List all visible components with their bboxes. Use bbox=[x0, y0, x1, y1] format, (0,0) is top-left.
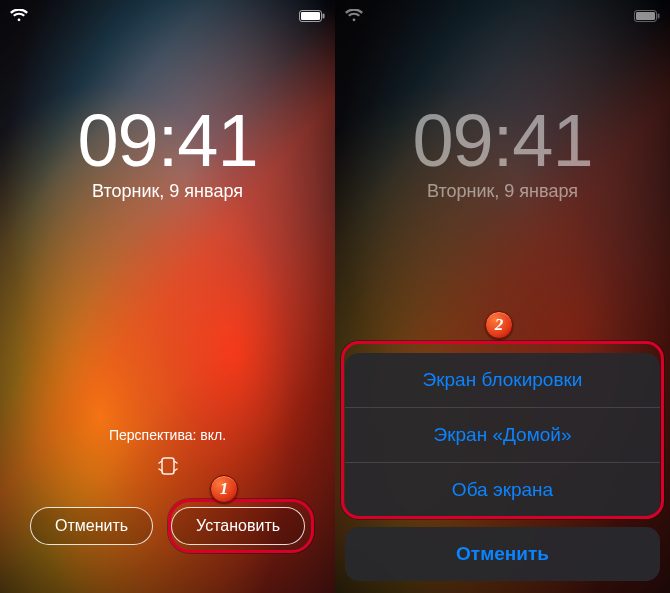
cancel-button[interactable]: Отменить bbox=[30, 507, 153, 545]
svg-rect-1 bbox=[301, 12, 320, 20]
battery-icon bbox=[299, 10, 325, 22]
date-label: Вторник, 9 января bbox=[0, 181, 335, 202]
action-sheet-options: Экран блокировки Экран «Домой» Оба экран… bbox=[345, 353, 660, 517]
option-both-screens[interactable]: Оба экрана bbox=[345, 463, 660, 517]
action-sheet-cancel[interactable]: Отменить bbox=[345, 527, 660, 581]
status-bar bbox=[0, 6, 335, 26]
time-label: 09:41 bbox=[0, 98, 335, 183]
wifi-icon bbox=[345, 9, 363, 23]
perspective-icon[interactable] bbox=[155, 453, 181, 479]
status-bar bbox=[335, 6, 670, 26]
battery-icon bbox=[634, 10, 660, 22]
screenshot-right: 09:41 Вторник, 9 января Экран блокировки… bbox=[335, 0, 670, 593]
screenshot-left: 09:41 Вторник, 9 января Перспектива: вкл… bbox=[0, 0, 335, 593]
lockscreen-clock: 09:41 Вторник, 9 января bbox=[335, 98, 670, 202]
wifi-icon bbox=[10, 9, 28, 23]
svg-rect-6 bbox=[658, 14, 660, 19]
option-home-screen[interactable]: Экран «Домой» bbox=[345, 408, 660, 463]
wallpaper bbox=[0, 0, 335, 593]
perspective-label: Перспектива: вкл. bbox=[0, 427, 335, 443]
svg-rect-2 bbox=[323, 14, 325, 19]
action-sheet: Экран блокировки Экран «Домой» Оба экран… bbox=[345, 353, 660, 581]
time-label: 09:41 bbox=[335, 98, 670, 183]
date-label: Вторник, 9 января bbox=[335, 181, 670, 202]
svg-rect-5 bbox=[636, 12, 655, 20]
option-lock-screen[interactable]: Экран блокировки bbox=[345, 353, 660, 408]
button-row: Отменить Установить bbox=[0, 507, 335, 545]
svg-rect-3 bbox=[162, 458, 174, 474]
lockscreen-clock: 09:41 Вторник, 9 января bbox=[0, 98, 335, 202]
set-button[interactable]: Установить bbox=[171, 507, 305, 545]
